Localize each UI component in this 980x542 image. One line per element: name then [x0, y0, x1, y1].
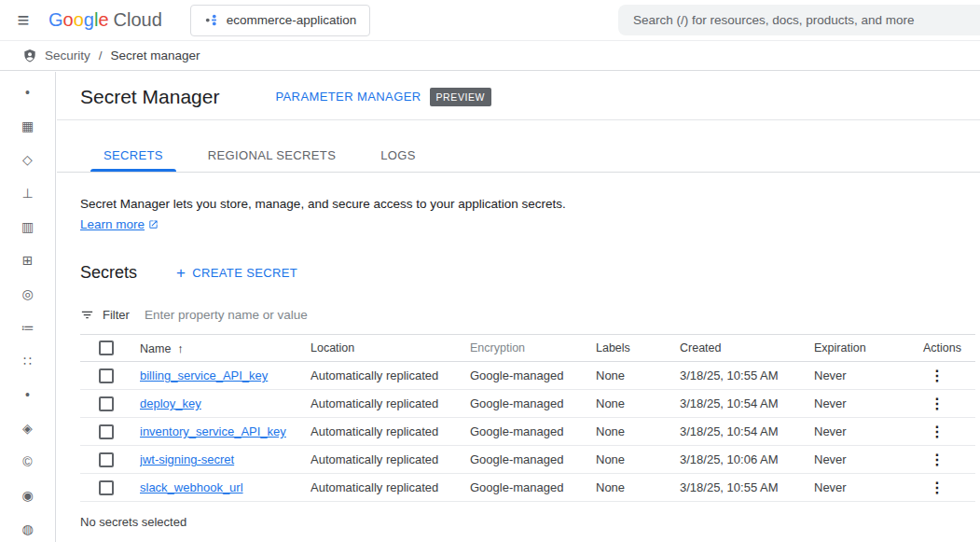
selection-status-text: No secrets selected	[80, 515, 980, 529]
row-actions-menu-icon[interactable]: ⋮	[918, 479, 954, 496]
cloud-logo-word: Cloud	[114, 9, 162, 31]
project-selector[interactable]: ecommerce-application	[190, 5, 371, 36]
row-actions-menu-icon[interactable]: ⋮	[918, 395, 954, 412]
cell-created: 3/18/25, 10:06 AM	[680, 446, 814, 474]
tabs: SECRETS REGIONAL SECRETS LOGS	[57, 139, 980, 173]
table-row: inventory_service_API_key Automatically …	[80, 418, 975, 446]
secret-name-link[interactable]: inventory_service_API_key	[140, 424, 286, 438]
row-checkbox[interactable]	[99, 368, 114, 383]
cell-labels: None	[596, 474, 680, 502]
project-icon	[204, 13, 218, 27]
plus-icon: +	[176, 265, 186, 281]
row-checkbox[interactable]	[99, 452, 114, 467]
row-checkbox[interactable]	[99, 480, 114, 495]
cell-labels: None	[596, 418, 680, 446]
column-header-location: Location	[311, 335, 470, 362]
google-logo-word: Google	[48, 9, 109, 31]
cell-expiration: Never	[814, 362, 918, 390]
row-actions-menu-icon[interactable]: ⋮	[918, 451, 954, 468]
page-description: Secret Manager lets you store, manage, a…	[80, 197, 980, 211]
breadcrumb-security-link[interactable]: Security	[45, 49, 90, 63]
tab-secrets[interactable]: SECRETS	[81, 139, 186, 172]
filter-input[interactable]	[145, 308, 975, 322]
top-header: ≡ Google Cloud ecommerce-application	[0, 0, 980, 41]
preview-badge: PREVIEW	[430, 88, 492, 106]
security-shield-icon	[22, 49, 37, 63]
globe-shield-icon[interactable]: ◍	[18, 519, 38, 539]
shield-check-icon[interactable]: ◈	[18, 418, 38, 438]
project-name: ecommerce-application	[227, 13, 357, 27]
sidebar-nav: •▦◇⊥▥⊞◎≔∷•◈©◉◍	[0, 72, 56, 542]
cell-created: 3/18/25, 10:55 AM	[680, 474, 814, 502]
table-row: jwt-signing-secret Automatically replica…	[80, 446, 975, 474]
cell-location: Automatically replicated	[311, 390, 470, 418]
apps-grid-icon[interactable]: ∷	[18, 351, 38, 371]
section-divider	[57, 119, 980, 120]
pin-icon[interactable]: ⊥	[18, 183, 38, 203]
cell-encryption: Google-managed	[470, 362, 596, 390]
secrets-section-heading: Secrets	[80, 263, 137, 283]
dot-icon[interactable]: •	[18, 384, 38, 405]
cell-labels: None	[596, 446, 680, 474]
search-input[interactable]	[633, 13, 965, 27]
google-cloud-logo[interactable]: Google Cloud	[48, 9, 162, 31]
cell-encryption: Google-managed	[470, 418, 596, 446]
filter-list-icon	[80, 308, 94, 322]
secret-name-link[interactable]: jwt-signing-secret	[140, 452, 234, 466]
header-search	[618, 5, 980, 35]
chart-icon[interactable]: ▦	[18, 116, 38, 136]
row-checkbox[interactable]	[99, 424, 114, 439]
column-header-name[interactable]: Name	[140, 342, 171, 355]
table-row: billing_service_API_key Automatically re…	[80, 362, 975, 390]
filter-button[interactable]: Filter	[80, 308, 130, 322]
tab-logs-label: LOGS	[380, 148, 416, 162]
cell-encryption: Google-managed	[470, 474, 596, 502]
compliance-icon[interactable]: ©	[18, 452, 38, 472]
cell-expiration: Never	[814, 474, 918, 502]
filter-bar: Filter	[80, 300, 975, 328]
filter-label: Filter	[103, 308, 130, 322]
cell-expiration: Never	[814, 390, 918, 418]
hamburger-menu-icon[interactable]: ≡	[6, 3, 41, 38]
list-icon[interactable]: ≔	[18, 317, 38, 338]
cell-expiration: Never	[814, 418, 918, 446]
table-header-row: Name↑ Location Encryption Labels Created…	[80, 335, 975, 362]
sort-ascending-icon[interactable]: ↑	[177, 341, 184, 355]
create-secret-button[interactable]: + CREATE SECRET	[176, 265, 297, 281]
cell-location: Automatically replicated	[311, 474, 470, 502]
cell-location: Automatically replicated	[311, 362, 470, 390]
dot-icon[interactable]: •	[18, 82, 38, 103]
tab-regional-secrets-label: REGIONAL SECRETS	[208, 148, 336, 162]
page-title: Secret Manager	[80, 86, 219, 108]
secret-name-link[interactable]: billing_service_API_key	[140, 368, 268, 382]
column-header-actions: Actions	[918, 335, 975, 362]
shield-icon[interactable]: ◇	[18, 149, 38, 170]
row-actions-menu-icon[interactable]: ⋮	[918, 367, 954, 384]
breadcrumb-separator: /	[99, 49, 103, 63]
column-header-created: Created	[680, 335, 814, 362]
secret-name-link[interactable]: deploy_key	[140, 396, 201, 410]
row-actions-menu-icon[interactable]: ⋮	[918, 423, 954, 440]
breadcrumb-current-page: Secret manager	[111, 49, 200, 63]
columns-icon[interactable]: ▥	[18, 216, 38, 237]
create-secret-label: CREATE SECRET	[192, 266, 297, 280]
network-icon[interactable]: ⊞	[18, 250, 38, 271]
breadcrumb: Security / Secret manager	[0, 41, 980, 71]
cell-location: Automatically replicated	[311, 446, 470, 474]
cell-created: 3/18/25, 10:54 AM	[680, 418, 814, 446]
location-icon[interactable]: ◉	[18, 485, 38, 506]
cell-created: 3/18/25, 10:55 AM	[680, 362, 814, 390]
cell-encryption: Google-managed	[470, 446, 596, 474]
parameter-manager-link[interactable]: PARAMETER MANAGER	[275, 90, 421, 104]
learn-more-link[interactable]: Learn more	[80, 217, 145, 231]
cell-labels: None	[596, 362, 680, 390]
select-all-checkbox[interactable]	[99, 340, 114, 355]
tab-regional-secrets[interactable]: REGIONAL SECRETS	[186, 139, 358, 172]
secrets-table: Name↑ Location Encryption Labels Created…	[80, 334, 975, 502]
secret-name-link[interactable]: slack_webhook_url	[140, 480, 243, 494]
column-header-expiration: Expiration	[814, 335, 918, 362]
search-insights-icon[interactable]: ◎	[18, 284, 38, 304]
row-checkbox[interactable]	[99, 396, 114, 411]
cell-location: Automatically replicated	[311, 418, 470, 446]
tab-logs[interactable]: LOGS	[358, 139, 438, 172]
